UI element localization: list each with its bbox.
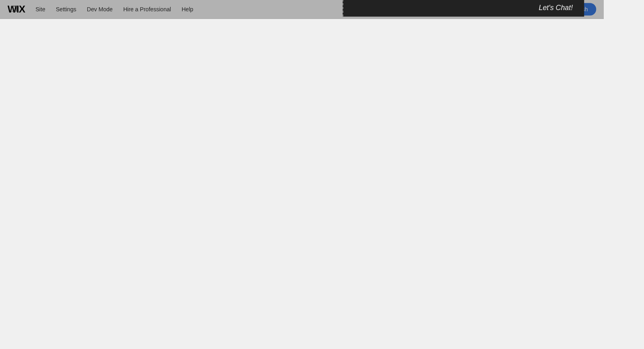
layers-icon[interactable]: ❐ [10,4,17,14]
chat-label: Let's Chat! [539,4,573,12]
chat-widget[interactable]: Let's Chat! [343,0,584,17]
